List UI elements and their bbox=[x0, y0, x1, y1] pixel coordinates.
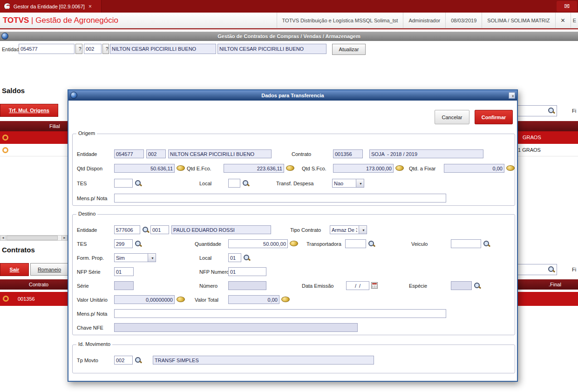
app-header: TOTVS | Gestão de Agronegócio TOTVS Dist… bbox=[0, 13, 578, 28]
cancel-button[interactable]: Cancelar bbox=[435, 110, 469, 124]
origem-mens-input[interactable] bbox=[114, 194, 446, 203]
entity-store-input[interactable] bbox=[84, 44, 102, 54]
movimento-fieldset: Id. Movimento Tp Movto bbox=[72, 345, 515, 373]
saldos-heading: Saldos bbox=[2, 87, 25, 95]
tab-close-icon[interactable]: × bbox=[88, 3, 92, 10]
tipo-contrato-select[interactable] bbox=[330, 225, 359, 234]
valor-total-input[interactable] bbox=[228, 295, 279, 304]
qtd-fixar-input[interactable] bbox=[444, 164, 504, 173]
qtd-efco-input[interactable] bbox=[224, 164, 284, 173]
qtd-sfco-input[interactable] bbox=[333, 164, 394, 173]
origem-contrato-label: Contrato bbox=[292, 151, 311, 157]
destino-entidade-label: Entidade bbox=[77, 227, 97, 233]
magnifier-icon[interactable] bbox=[135, 180, 142, 187]
tipo-contrato-label: Tipo Contrato bbox=[290, 227, 321, 233]
magnifier-icon[interactable] bbox=[135, 357, 142, 364]
magnifier-icon[interactable] bbox=[142, 226, 149, 233]
origem-contrato-desc-input[interactable] bbox=[369, 149, 483, 158]
header-close-icon[interactable]: ✕ bbox=[555, 13, 571, 28]
origem-entidade-store-input[interactable] bbox=[146, 149, 166, 158]
saldos-row1-text: GRAOS bbox=[523, 135, 541, 140]
nfp-serie-input[interactable] bbox=[114, 267, 134, 276]
confirm-button[interactable]: Confirmar bbox=[475, 110, 513, 124]
trf-mul-origens-button[interactable]: Trf. Mul. Origens bbox=[0, 104, 58, 117]
app-tab[interactable]: Gestor da Entidade [02.9.0067] × bbox=[0, 0, 102, 13]
especie-input[interactable] bbox=[451, 281, 472, 290]
coins-icon[interactable] bbox=[177, 296, 184, 302]
coins-icon[interactable] bbox=[177, 165, 184, 171]
sair-label: Sair bbox=[10, 267, 20, 272]
coins-icon[interactable] bbox=[286, 165, 294, 171]
romaneio-button[interactable]: Romaneio bbox=[30, 263, 68, 276]
coins-icon[interactable] bbox=[290, 240, 298, 246]
header-cut-text: E bbox=[571, 13, 578, 28]
origem-entidade-name-input[interactable] bbox=[168, 149, 272, 158]
especie-label: Espécie bbox=[409, 283, 427, 289]
mail-button[interactable]: ✉ bbox=[557, 1, 577, 12]
transportadora-input[interactable] bbox=[345, 239, 366, 248]
scroll-left-icon[interactable]: ◄ bbox=[0, 236, 6, 240]
transportadora-label: Transportadora bbox=[306, 241, 341, 247]
destino-entidade-store-input[interactable] bbox=[150, 225, 169, 234]
data-emissao-input[interactable] bbox=[346, 281, 369, 290]
contratos-heading: Contratos bbox=[2, 246, 35, 254]
movimento-legend: Id. Movimento bbox=[76, 341, 112, 347]
atualizar-button[interactable]: Atualizar bbox=[332, 44, 366, 55]
tp-movto-desc-input[interactable] bbox=[153, 356, 374, 365]
destino-local-input[interactable] bbox=[228, 253, 241, 262]
chevron-down-icon[interactable]: ▼ bbox=[148, 253, 156, 262]
origem-tes-input[interactable] bbox=[114, 179, 133, 188]
magnifier-icon[interactable] bbox=[474, 282, 481, 289]
origem-local-input[interactable] bbox=[228, 179, 240, 188]
origem-contrato-code-input[interactable] bbox=[333, 149, 363, 158]
transf-despesa-select[interactable] bbox=[332, 179, 356, 188]
form-prop-label: Form. Prop. bbox=[77, 255, 104, 261]
tp-movto-input[interactable] bbox=[114, 356, 133, 365]
numero-input bbox=[228, 281, 266, 290]
coins-icon[interactable] bbox=[281, 296, 289, 302]
nfp-numero-label: NFP Numero bbox=[199, 269, 229, 275]
destino-entidade-code-input[interactable] bbox=[114, 225, 140, 234]
saldos-horizontal-scrollbar[interactable]: ◄ ► bbox=[0, 235, 68, 241]
quantidade-input[interactable] bbox=[228, 239, 288, 248]
tp-movto-label: Tp Movto bbox=[77, 358, 98, 363]
valor-unitario-input[interactable] bbox=[114, 295, 175, 304]
form-prop-select[interactable] bbox=[114, 253, 148, 262]
chevron-down-icon[interactable]: ▼ bbox=[356, 179, 364, 188]
entity-name2-input[interactable] bbox=[218, 44, 326, 54]
magnifier-icon[interactable] bbox=[548, 266, 555, 273]
origem-entidade-code-input[interactable] bbox=[114, 149, 144, 158]
header-accent-line bbox=[0, 28, 578, 29]
calendar-icon[interactable] bbox=[371, 282, 378, 289]
veiculo-input[interactable] bbox=[451, 239, 481, 248]
magnifier-icon[interactable] bbox=[243, 254, 250, 261]
entity-store-help-button[interactable]: ? bbox=[102, 44, 109, 54]
magnifier-icon[interactable] bbox=[135, 240, 142, 247]
destino-mens-input[interactable] bbox=[114, 309, 446, 318]
dialog-globe-icon bbox=[70, 92, 77, 99]
magnifier-icon[interactable] bbox=[548, 107, 555, 114]
scrollbar-thumb[interactable] bbox=[7, 236, 58, 240]
magnifier-icon[interactable] bbox=[242, 180, 249, 187]
entity-code-input[interactable] bbox=[19, 44, 75, 54]
origem-mens-label: Mens.p/ Nota bbox=[77, 196, 107, 201]
chevron-down-icon[interactable]: ▼ bbox=[359, 225, 367, 234]
qtd-dispon-input[interactable] bbox=[114, 164, 175, 173]
coins-icon[interactable] bbox=[506, 165, 514, 171]
destino-tes-input[interactable] bbox=[114, 239, 133, 248]
contratos-col-final: .Final bbox=[549, 282, 561, 287]
scroll-right-icon[interactable]: ► bbox=[61, 236, 67, 240]
destino-entidade-name-input[interactable] bbox=[171, 225, 271, 234]
magnifier-icon[interactable] bbox=[483, 240, 490, 247]
sair-button[interactable]: Sair bbox=[0, 263, 29, 276]
magnifier-icon[interactable] bbox=[368, 240, 375, 247]
entity-name-input[interactable] bbox=[110, 44, 216, 54]
nfp-numero-input[interactable] bbox=[228, 267, 266, 276]
coins-icon[interactable] bbox=[395, 165, 403, 171]
origem-legend: Origem bbox=[76, 130, 97, 136]
entity-code-help-button[interactable]: ? bbox=[75, 44, 82, 54]
dialog-close-icon[interactable]: x bbox=[509, 92, 515, 99]
chave-nfe-input bbox=[114, 323, 358, 332]
numero-label: Número bbox=[199, 283, 218, 289]
contratos-col-contrato: Contrato bbox=[29, 282, 48, 287]
